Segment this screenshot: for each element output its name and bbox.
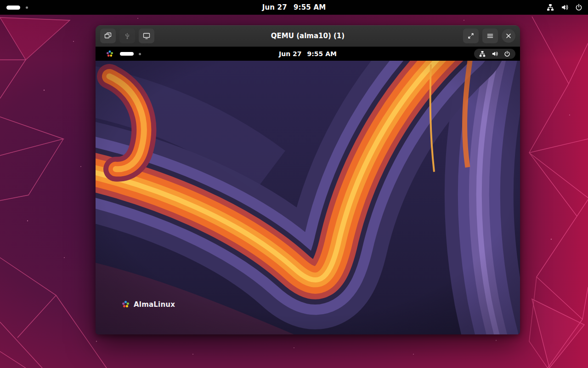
network-wired-icon bbox=[479, 51, 486, 57]
almalinux-logo-icon bbox=[121, 300, 130, 309]
guest-workspace-pill[interactable] bbox=[120, 52, 134, 56]
display-config-button[interactable] bbox=[139, 29, 154, 43]
power-icon bbox=[575, 4, 582, 11]
host-top-bar: Jun 27 9:55 AM bbox=[0, 0, 588, 15]
vm-window: QEMU (alma10) (1) bbox=[96, 25, 520, 334]
volume-icon bbox=[492, 51, 498, 57]
workspace-dot[interactable] bbox=[26, 6, 28, 9]
close-icon bbox=[505, 32, 512, 40]
host-desktop: Jun 27 9:55 AM bbox=[0, 0, 588, 368]
vm-headerbar[interactable]: QEMU (alma10) (1) bbox=[96, 25, 520, 47]
power-icon bbox=[504, 51, 510, 57]
menu-button[interactable] bbox=[482, 29, 498, 43]
guest-wallpaper bbox=[96, 61, 520, 334]
guest-time: 9:55 AM bbox=[307, 50, 337, 58]
close-button[interactable] bbox=[502, 29, 515, 43]
vm-toolbar-left bbox=[100, 29, 154, 43]
almalinux-branding: AlmaLinux bbox=[121, 300, 175, 309]
guest-workspace-dot[interactable] bbox=[139, 53, 141, 55]
guest-date: Jun 27 bbox=[279, 50, 302, 58]
usb-redirect-button bbox=[119, 29, 135, 43]
network-wired-icon bbox=[547, 4, 554, 11]
vm-window-title: QEMU (alma10) (1) bbox=[271, 32, 345, 40]
windows-button[interactable] bbox=[100, 29, 116, 43]
guest-top-bar[interactable]: Jun 27 9:55 AM bbox=[96, 47, 520, 61]
guest-clock[interactable]: Jun 27 9:55 AM bbox=[279, 50, 337, 58]
volume-icon bbox=[561, 4, 568, 11]
host-system-indicators[interactable] bbox=[547, 4, 582, 11]
vm-toolbar-right bbox=[463, 29, 515, 43]
guest-system-indicators[interactable] bbox=[474, 49, 515, 59]
host-clock[interactable]: Jun 27 9:55 AM bbox=[262, 3, 326, 12]
workspace-pill[interactable] bbox=[6, 6, 20, 10]
guest-desktop[interactable]: AlmaLinux bbox=[96, 61, 520, 334]
fullscreen-icon bbox=[467, 32, 475, 40]
windows-icon bbox=[104, 32, 112, 40]
host-time: 9:55 AM bbox=[294, 3, 326, 12]
usb-redirect-icon bbox=[124, 32, 131, 40]
almalinux-logo-icon[interactable] bbox=[106, 50, 114, 58]
guest-display[interactable]: Jun 27 9:55 AM bbox=[96, 47, 520, 334]
almalinux-branding-label: AlmaLinux bbox=[134, 300, 175, 309]
host-activities-indicator[interactable] bbox=[6, 6, 28, 10]
fullscreen-button[interactable] bbox=[463, 29, 479, 43]
host-date: Jun 27 bbox=[262, 3, 287, 12]
display-icon bbox=[143, 32, 150, 40]
menu-icon bbox=[486, 32, 494, 40]
